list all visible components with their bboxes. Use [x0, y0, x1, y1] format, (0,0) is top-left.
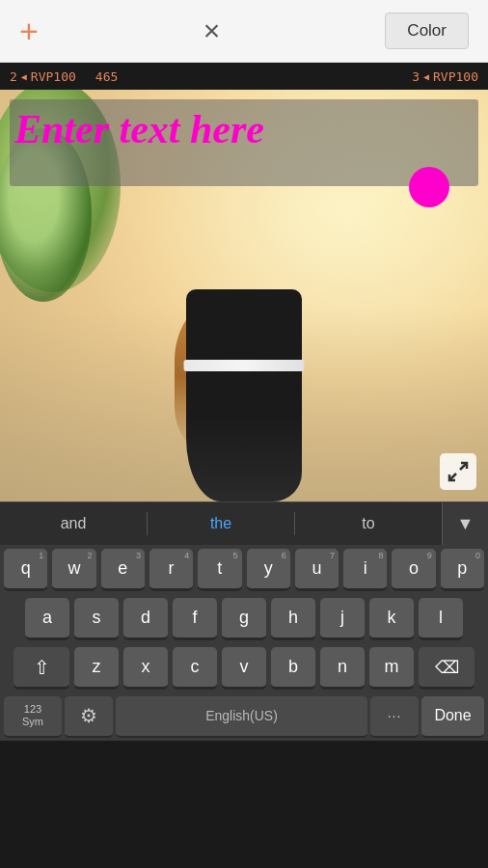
expand-button[interactable] — [440, 453, 476, 490]
sym-key[interactable]: 123 Sym — [4, 696, 62, 738]
figure-belt — [184, 360, 305, 371]
key-w[interactable]: 2w — [52, 549, 95, 590]
shift-key[interactable]: ⇧ — [14, 647, 69, 689]
chevron-down-icon: ▼ — [457, 514, 474, 534]
key-c[interactable]: c — [173, 647, 217, 689]
text-placeholder[interactable]: Enter text here — [14, 107, 474, 151]
add-button[interactable]: + — [19, 13, 39, 50]
settings-key[interactable]: ⚙ — [65, 696, 113, 738]
key-m[interactable]: m — [369, 647, 414, 689]
key-o[interactable]: 9o — [392, 549, 435, 590]
key-j[interactable]: j — [320, 598, 365, 639]
autocomplete-chevron-button[interactable]: ▼ — [442, 502, 488, 545]
key-t-number: 5 — [232, 551, 237, 560]
key-e-number: 3 — [136, 551, 141, 560]
key-s[interactable]: s — [74, 598, 119, 639]
key-q[interactable]: 1q — [4, 549, 47, 590]
key-u-number: 7 — [330, 551, 335, 560]
key-y-number: 6 — [282, 551, 286, 560]
keyboard-bottom-row: 123 Sym ⚙ English(US) ··· Done — [0, 692, 488, 741]
key-r[interactable]: 4r — [149, 549, 193, 590]
key-n[interactable]: n — [320, 647, 365, 689]
autocomplete-word-3[interactable]: to — [295, 502, 442, 545]
key-l[interactable]: l — [419, 598, 463, 639]
autocomplete-bar: and the to ▼ — [0, 502, 488, 545]
figure-body — [186, 289, 302, 502]
toolbar: + × Color — [0, 0, 488, 63]
film-info-right: 3 ◀ RVP100 — [412, 69, 478, 84]
space-key[interactable]: English(US) — [116, 696, 367, 738]
backspace-key[interactable]: ⌫ — [419, 647, 474, 689]
triangle-right: ◀ — [423, 71, 429, 82]
film-number-left: 2 — [10, 69, 17, 84]
key-d[interactable]: d — [123, 598, 168, 639]
keyboard-row-2: a s d f g h j k l — [0, 594, 488, 643]
autocomplete-word-1[interactable]: and — [0, 502, 147, 545]
color-button[interactable]: Color — [385, 13, 469, 49]
key-k[interactable]: k — [369, 598, 414, 639]
film-info-left: 2 ◀ RVP100 — [10, 69, 76, 84]
key-q-number: 1 — [39, 551, 43, 560]
key-r-number: 4 — [184, 551, 189, 560]
color-picker-circle[interactable] — [409, 167, 449, 207]
key-f[interactable]: f — [173, 598, 217, 639]
key-i-number: 8 — [378, 551, 383, 560]
key-z[interactable]: z — [74, 647, 119, 689]
key-u[interactable]: 7u — [295, 549, 339, 590]
expand-icon — [447, 460, 470, 483]
key-e[interactable]: 3e — [101, 549, 145, 590]
dots-key[interactable]: ··· — [370, 696, 419, 738]
key-g[interactable]: g — [222, 598, 266, 639]
keyboard-row-3: ⇧ z x c v b n m ⌫ — [0, 643, 488, 692]
photo-canvas[interactable]: Enter text here — [0, 90, 488, 502]
key-b[interactable]: b — [271, 647, 315, 689]
film-bar: 2 ◀ RVP100 465 3 ◀ RVP100 — [0, 63, 488, 90]
film-number-right: 3 — [412, 69, 420, 84]
key-v[interactable]: v — [222, 647, 266, 689]
close-button[interactable]: × — [203, 14, 221, 47]
key-a[interactable]: a — [25, 598, 69, 639]
triangle-left: ◀ — [21, 71, 27, 82]
key-w-number: 2 — [88, 551, 93, 560]
key-h[interactable]: h — [271, 598, 315, 639]
autocomplete-word-2[interactable]: the — [148, 502, 294, 545]
film-code-left: RVP100 — [31, 69, 76, 84]
key-t[interactable]: 5t — [198, 549, 241, 590]
film-code-right: RVP100 — [433, 69, 478, 84]
key-x[interactable]: x — [123, 647, 168, 689]
keyboard-row-1: 1q 2w 3e 4r 5t 6y 7u 8i 9o 0p — [0, 545, 488, 594]
key-p[interactable]: 0p — [441, 549, 484, 590]
key-i[interactable]: 8i — [343, 549, 387, 590]
key-p-number: 0 — [475, 551, 480, 560]
key-o-number: 9 — [427, 551, 432, 560]
film-center-number: 465 — [95, 69, 118, 84]
keyboard: 1q 2w 3e 4r 5t 6y 7u 8i 9o 0p a s d f g … — [0, 545, 488, 741]
done-key[interactable]: Done — [421, 696, 484, 738]
photo-area: 2 ◀ RVP100 465 3 ◀ RVP100 Enter — [0, 63, 488, 502]
key-y[interactable]: 6y — [247, 549, 290, 590]
